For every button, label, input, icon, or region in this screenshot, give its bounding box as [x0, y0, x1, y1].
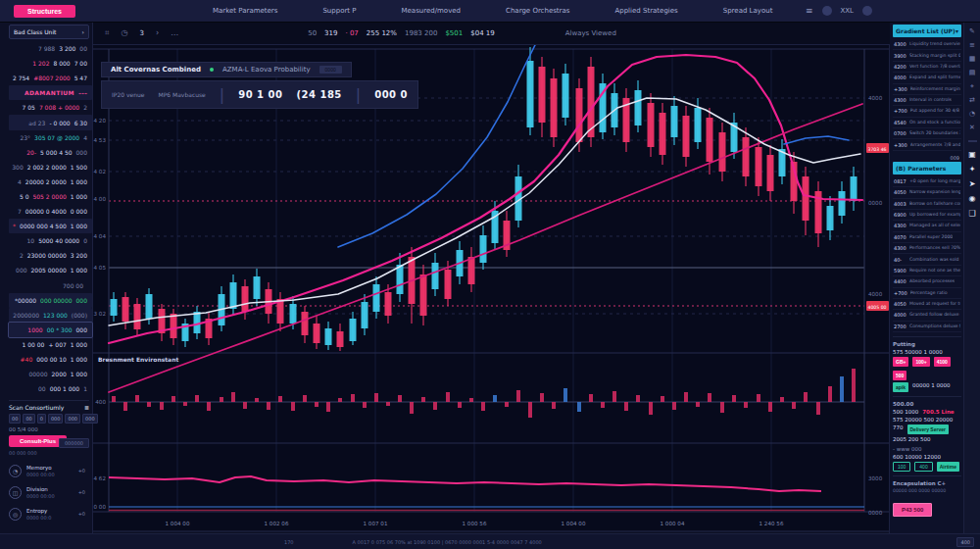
- apik-button[interactable]: apik: [893, 382, 908, 392]
- pink-chip-button[interactable]: 100+: [912, 357, 929, 367]
- watchlist-select[interactable]: Bad Class Unit ›: [9, 25, 89, 39]
- compare-icon[interactable]: ⌗: [105, 28, 110, 38]
- avatar[interactable]: [822, 6, 832, 16]
- outline-chip-button[interactable]: 100: [893, 462, 910, 472]
- panel-list-row[interactable]: 3900Stacking margin split 0-6: [893, 50, 961, 61]
- airtime-button[interactable]: Airtime: [937, 462, 959, 472]
- watchlist-row[interactable]: 1 00 00+ 0071 000: [9, 337, 92, 352]
- list-icon[interactable]: ≣: [84, 404, 89, 411]
- outline-chip-button[interactable]: 400: [914, 462, 932, 472]
- strategy-subtitle[interactable]: AZMA-L Eaova Probability: [222, 66, 311, 74]
- menu-item[interactable]: Measured/moved: [402, 7, 462, 15]
- watchlist-row[interactable]: ADAMANTIUM⌁⌁⌁: [9, 85, 92, 100]
- watchlist-row[interactable]: 0002005 000001 000: [9, 263, 92, 277]
- swap-icon[interactable]: ⇄: [969, 97, 975, 104]
- watchlist-row[interactable]: 2000000123 000(000): [9, 308, 92, 323]
- panel-list-row[interactable]: 4050Moved at request for two: [893, 299, 961, 310]
- menu-icon[interactable]: ≡: [969, 42, 975, 49]
- close-icon[interactable]: ✕: [969, 125, 975, 131]
- watchlist-row[interactable]: ad 23- 0 0006 30: [9, 115, 92, 129]
- panel-list-row[interactable]: 0700Switch 20 boundaries 3 0/4: [893, 128, 961, 139]
- star-icon[interactable]: ✦: [969, 166, 976, 174]
- interval-count[interactable]: 3: [140, 29, 144, 37]
- pink-chip-button[interactable]: 4100: [934, 357, 951, 367]
- panel-list-row[interactable]: 4003Borrow on fallshare conv: [893, 199, 961, 210]
- mini-chip[interactable]: 00: [9, 414, 21, 424]
- record-icon[interactable]: ◉: [969, 195, 976, 203]
- gradient-list-header[interactable]: Gradient List (UP) ▾: [893, 25, 961, 37]
- watchlist-row[interactable]: 0000020001 000: [9, 367, 92, 381]
- watchlist-row[interactable]: 23°305 07 @ 20004: [9, 130, 92, 145]
- watchlist-row[interactable]: 2 754#8007 20005 47: [9, 71, 92, 85]
- panel-list-row[interactable]: 0817+0 open for long margins: [893, 176, 961, 187]
- delivery-server-button[interactable]: Delivery Server: [907, 424, 949, 434]
- chat-icon[interactable]: ❑: [968, 210, 975, 218]
- edit-icon[interactable]: ✎: [969, 28, 975, 35]
- logo-button[interactable]: Structures: [14, 5, 75, 18]
- person-row[interactable]: ◫Division0000 00:00+0: [9, 481, 89, 503]
- panel-list-row[interactable]: +700Percentage ratio: [893, 288, 961, 299]
- mini-chip[interactable]: 0: [37, 414, 46, 424]
- symbol-title[interactable]: Alt Covernas Combined: [111, 66, 201, 74]
- watchlist-row[interactable]: 223000 000003 200: [9, 248, 92, 263]
- person-row[interactable]: ◎Entropy0000 00:0+0: [9, 503, 89, 524]
- p43-button[interactable]: P43 500: [893, 503, 932, 517]
- pink-chip-button[interactable]: 500: [893, 371, 906, 380]
- panel-list-row[interactable]: 4000Expand and split formed: [893, 73, 961, 83]
- panel-list-row[interactable]: 4300Liquidity trend overview: [893, 39, 961, 50]
- panel-list-row[interactable]: 4300Performances sell 70% from: [893, 243, 961, 254]
- chevron-right-icon[interactable]: ›: [156, 28, 159, 37]
- watchlist-row[interactable]: 5 0505 2 00001 000: [9, 189, 92, 204]
- status-zoom-chip[interactable]: 400: [956, 537, 974, 547]
- parameters-header[interactable]: (B) Parameters: [893, 162, 961, 175]
- main-chart-canvas[interactable]: Bresnment Environstant4 204 534 024 004 …: [93, 45, 890, 534]
- avatar-2[interactable]: [862, 6, 872, 16]
- watchlist-row[interactable]: 700 00: [9, 278, 92, 293]
- send-icon[interactable]: ➤: [969, 180, 976, 188]
- panel-list-row[interactable]: 4000Granted follow deluxe motto: [893, 310, 961, 321]
- watchlist-row[interactable]: *00000000 00000000: [9, 293, 92, 308]
- grid-icon[interactable]: ▦: [969, 56, 976, 63]
- panel-list-row[interactable]: 4070Parallel super 2000: [893, 232, 961, 243]
- target-icon[interactable]: ⌖: [970, 83, 974, 90]
- layers-icon[interactable]: ▤: [969, 70, 976, 76]
- menu-item[interactable]: Support P: [322, 7, 356, 15]
- menu-item[interactable]: Charge Orchestras: [506, 7, 569, 15]
- panel-list-row[interactable]: 4540On and stock a function: [893, 118, 961, 128]
- hamburger-icon[interactable]: ≡: [806, 6, 813, 16]
- watchlist-row[interactable]: 7 057 008 + 00002: [9, 100, 92, 115]
- watchlist-row[interactable]: 7 9883 20000: [9, 41, 92, 56]
- clock-icon[interactable]: ◔: [969, 111, 975, 118]
- watchlist-row[interactable]: #40000 00 101 000: [9, 352, 92, 367]
- panel-list-row[interactable]: 5900Require not one as the size: [893, 266, 961, 276]
- person-row[interactable]: ◔Memoryo0000 00:00+0: [9, 460, 89, 481]
- menu-item[interactable]: Applied Strategies: [614, 7, 677, 15]
- footer-gray-chip[interactable]: 000000: [59, 438, 89, 448]
- menu-item[interactable]: Spread Layout: [723, 7, 773, 15]
- watchlist-row[interactable]: 420000 2 00001 000: [9, 175, 92, 189]
- watchlist-row[interactable]: 105000 40 00000: [9, 233, 92, 248]
- panel-list-row[interactable]: 4200Vert function 7/8 overlay: [893, 62, 961, 73]
- watchlist-row[interactable]: 20-5 000 4 50000: [9, 145, 92, 160]
- panel-list-row[interactable]: 6900Up borrowed for example: [893, 210, 961, 221]
- header-chip-button[interactable]: 0000: [319, 66, 342, 74]
- panel-list-row[interactable]: 4300Interval in controls: [893, 95, 961, 106]
- mini-chip[interactable]: 00: [23, 414, 34, 424]
- camera-icon[interactable]: ▣: [968, 151, 976, 159]
- panel-list-row[interactable]: +700Put append for 30 4/8 08: [893, 106, 961, 117]
- mini-chip[interactable]: 000: [48, 414, 64, 424]
- watchlist-row[interactable]: 1 2028 0007 00: [9, 56, 92, 71]
- panel-list-row[interactable]: 4050Narrow expansion length: [893, 187, 961, 198]
- panel-list-row[interactable]: 40-Combination was sold: [893, 254, 961, 265]
- panel-list-row[interactable]: 4400Absorbed processes: [893, 276, 961, 287]
- watchlist-row[interactable]: 3002 002 2 00001 500: [9, 160, 92, 175]
- watchlist-row[interactable]: *0000 000 4 5001 000: [9, 219, 92, 233]
- panel-list-row[interactable]: +300Reinforcement margins follow: [893, 84, 961, 95]
- panel-list-row[interactable]: 4300Managed as all of selected: [893, 221, 961, 231]
- panel-list-row[interactable]: +300Arrangements 7/8 and sele: [893, 139, 961, 150]
- interval-icon[interactable]: ◷: [122, 28, 128, 37]
- mini-chip[interactable]: 000: [82, 414, 98, 424]
- watchlist-row[interactable]: 00000 1 0001: [9, 381, 92, 396]
- panel-list-row[interactable]: 2700Consumptions deluxe frames: [893, 322, 961, 332]
- more-icon[interactable]: …: [171, 28, 178, 37]
